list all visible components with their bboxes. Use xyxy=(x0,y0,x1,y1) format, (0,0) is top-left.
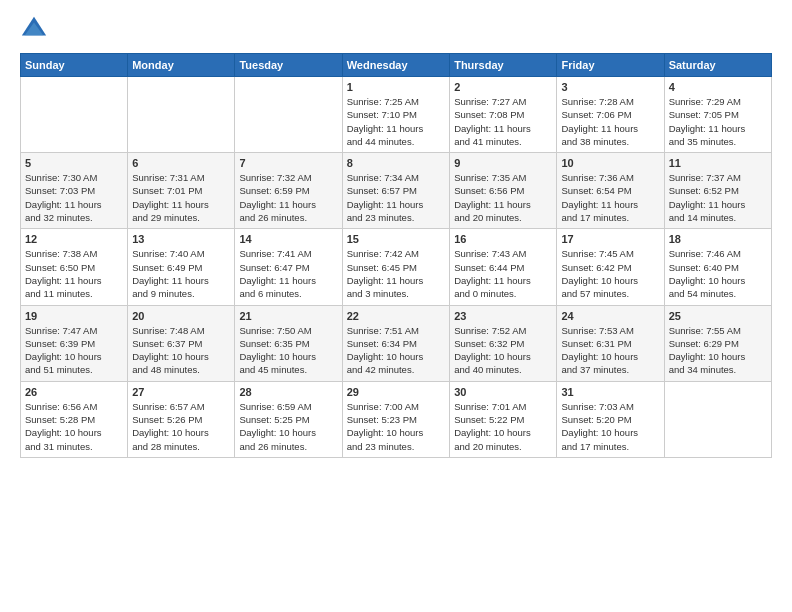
day-number: 11 xyxy=(669,157,767,169)
day-number: 23 xyxy=(454,310,552,322)
day-of-week-header: Saturday xyxy=(664,54,771,77)
day-of-week-header: Monday xyxy=(128,54,235,77)
day-info: Sunrise: 7:00 AM Sunset: 5:23 PM Dayligh… xyxy=(347,400,445,453)
day-info: Sunrise: 7:25 AM Sunset: 7:10 PM Dayligh… xyxy=(347,95,445,148)
day-info: Sunrise: 7:50 AM Sunset: 6:35 PM Dayligh… xyxy=(239,324,337,377)
day-number: 31 xyxy=(561,386,659,398)
calendar-cell: 11Sunrise: 7:37 AM Sunset: 6:52 PM Dayli… xyxy=(664,153,771,229)
day-number: 9 xyxy=(454,157,552,169)
day-number: 30 xyxy=(454,386,552,398)
day-info: Sunrise: 6:59 AM Sunset: 5:25 PM Dayligh… xyxy=(239,400,337,453)
calendar-cell: 2Sunrise: 7:27 AM Sunset: 7:08 PM Daylig… xyxy=(450,77,557,153)
day-info: Sunrise: 7:37 AM Sunset: 6:52 PM Dayligh… xyxy=(669,171,767,224)
calendar-cell: 3Sunrise: 7:28 AM Sunset: 7:06 PM Daylig… xyxy=(557,77,664,153)
calendar-cell: 31Sunrise: 7:03 AM Sunset: 5:20 PM Dayli… xyxy=(557,381,664,457)
calendar-cell: 17Sunrise: 7:45 AM Sunset: 6:42 PM Dayli… xyxy=(557,229,664,305)
calendar-cell: 22Sunrise: 7:51 AM Sunset: 6:34 PM Dayli… xyxy=(342,305,449,381)
calendar-week-row: 5Sunrise: 7:30 AM Sunset: 7:03 PM Daylig… xyxy=(21,153,772,229)
calendar-cell: 4Sunrise: 7:29 AM Sunset: 7:05 PM Daylig… xyxy=(664,77,771,153)
day-number: 6 xyxy=(132,157,230,169)
day-of-week-header: Sunday xyxy=(21,54,128,77)
day-info: Sunrise: 7:41 AM Sunset: 6:47 PM Dayligh… xyxy=(239,247,337,300)
day-number: 21 xyxy=(239,310,337,322)
day-number: 12 xyxy=(25,233,123,245)
header xyxy=(20,15,772,43)
calendar-table: SundayMondayTuesdayWednesdayThursdayFrid… xyxy=(20,53,772,458)
calendar-cell: 28Sunrise: 6:59 AM Sunset: 5:25 PM Dayli… xyxy=(235,381,342,457)
calendar-cell: 25Sunrise: 7:55 AM Sunset: 6:29 PM Dayli… xyxy=(664,305,771,381)
day-info: Sunrise: 7:27 AM Sunset: 7:08 PM Dayligh… xyxy=(454,95,552,148)
calendar-cell: 6Sunrise: 7:31 AM Sunset: 7:01 PM Daylig… xyxy=(128,153,235,229)
day-number: 16 xyxy=(454,233,552,245)
day-info: Sunrise: 7:29 AM Sunset: 7:05 PM Dayligh… xyxy=(669,95,767,148)
day-number: 3 xyxy=(561,81,659,93)
calendar-cell: 9Sunrise: 7:35 AM Sunset: 6:56 PM Daylig… xyxy=(450,153,557,229)
calendar-cell: 7Sunrise: 7:32 AM Sunset: 6:59 PM Daylig… xyxy=(235,153,342,229)
calendar-cell: 8Sunrise: 7:34 AM Sunset: 6:57 PM Daylig… xyxy=(342,153,449,229)
calendar-cell xyxy=(664,381,771,457)
day-number: 19 xyxy=(25,310,123,322)
day-info: Sunrise: 7:46 AM Sunset: 6:40 PM Dayligh… xyxy=(669,247,767,300)
day-info: Sunrise: 7:36 AM Sunset: 6:54 PM Dayligh… xyxy=(561,171,659,224)
calendar-cell: 26Sunrise: 6:56 AM Sunset: 5:28 PM Dayli… xyxy=(21,381,128,457)
day-of-week-header: Tuesday xyxy=(235,54,342,77)
calendar-week-row: 12Sunrise: 7:38 AM Sunset: 6:50 PM Dayli… xyxy=(21,229,772,305)
day-number: 18 xyxy=(669,233,767,245)
calendar-cell: 10Sunrise: 7:36 AM Sunset: 6:54 PM Dayli… xyxy=(557,153,664,229)
day-info: Sunrise: 7:47 AM Sunset: 6:39 PM Dayligh… xyxy=(25,324,123,377)
day-info: Sunrise: 7:45 AM Sunset: 6:42 PM Dayligh… xyxy=(561,247,659,300)
day-number: 4 xyxy=(669,81,767,93)
day-info: Sunrise: 7:32 AM Sunset: 6:59 PM Dayligh… xyxy=(239,171,337,224)
day-number: 15 xyxy=(347,233,445,245)
calendar-cell xyxy=(235,77,342,153)
calendar-cell xyxy=(128,77,235,153)
day-number: 17 xyxy=(561,233,659,245)
logo-icon xyxy=(20,15,48,43)
day-number: 2 xyxy=(454,81,552,93)
day-info: Sunrise: 7:01 AM Sunset: 5:22 PM Dayligh… xyxy=(454,400,552,453)
day-number: 25 xyxy=(669,310,767,322)
day-info: Sunrise: 7:42 AM Sunset: 6:45 PM Dayligh… xyxy=(347,247,445,300)
calendar-cell: 20Sunrise: 7:48 AM Sunset: 6:37 PM Dayli… xyxy=(128,305,235,381)
day-number: 29 xyxy=(347,386,445,398)
calendar-cell: 15Sunrise: 7:42 AM Sunset: 6:45 PM Dayli… xyxy=(342,229,449,305)
day-number: 20 xyxy=(132,310,230,322)
page: SundayMondayTuesdayWednesdayThursdayFrid… xyxy=(0,0,792,612)
day-number: 5 xyxy=(25,157,123,169)
day-of-week-header: Friday xyxy=(557,54,664,77)
day-number: 22 xyxy=(347,310,445,322)
calendar-header-row: SundayMondayTuesdayWednesdayThursdayFrid… xyxy=(21,54,772,77)
day-info: Sunrise: 7:48 AM Sunset: 6:37 PM Dayligh… xyxy=(132,324,230,377)
day-info: Sunrise: 7:35 AM Sunset: 6:56 PM Dayligh… xyxy=(454,171,552,224)
day-number: 14 xyxy=(239,233,337,245)
day-info: Sunrise: 7:55 AM Sunset: 6:29 PM Dayligh… xyxy=(669,324,767,377)
day-info: Sunrise: 6:56 AM Sunset: 5:28 PM Dayligh… xyxy=(25,400,123,453)
day-info: Sunrise: 7:53 AM Sunset: 6:31 PM Dayligh… xyxy=(561,324,659,377)
day-info: Sunrise: 7:30 AM Sunset: 7:03 PM Dayligh… xyxy=(25,171,123,224)
day-number: 7 xyxy=(239,157,337,169)
day-of-week-header: Wednesday xyxy=(342,54,449,77)
calendar-cell: 5Sunrise: 7:30 AM Sunset: 7:03 PM Daylig… xyxy=(21,153,128,229)
day-number: 13 xyxy=(132,233,230,245)
calendar-cell: 24Sunrise: 7:53 AM Sunset: 6:31 PM Dayli… xyxy=(557,305,664,381)
day-info: Sunrise: 6:57 AM Sunset: 5:26 PM Dayligh… xyxy=(132,400,230,453)
calendar-week-row: 19Sunrise: 7:47 AM Sunset: 6:39 PM Dayli… xyxy=(21,305,772,381)
day-info: Sunrise: 7:40 AM Sunset: 6:49 PM Dayligh… xyxy=(132,247,230,300)
calendar-cell: 29Sunrise: 7:00 AM Sunset: 5:23 PM Dayli… xyxy=(342,381,449,457)
day-info: Sunrise: 7:34 AM Sunset: 6:57 PM Dayligh… xyxy=(347,171,445,224)
calendar-cell: 19Sunrise: 7:47 AM Sunset: 6:39 PM Dayli… xyxy=(21,305,128,381)
calendar-cell: 16Sunrise: 7:43 AM Sunset: 6:44 PM Dayli… xyxy=(450,229,557,305)
day-info: Sunrise: 7:43 AM Sunset: 6:44 PM Dayligh… xyxy=(454,247,552,300)
day-number: 28 xyxy=(239,386,337,398)
day-number: 1 xyxy=(347,81,445,93)
day-number: 24 xyxy=(561,310,659,322)
day-number: 8 xyxy=(347,157,445,169)
day-info: Sunrise: 7:31 AM Sunset: 7:01 PM Dayligh… xyxy=(132,171,230,224)
calendar-cell: 12Sunrise: 7:38 AM Sunset: 6:50 PM Dayli… xyxy=(21,229,128,305)
calendar-cell: 14Sunrise: 7:41 AM Sunset: 6:47 PM Dayli… xyxy=(235,229,342,305)
calendar-cell: 1Sunrise: 7:25 AM Sunset: 7:10 PM Daylig… xyxy=(342,77,449,153)
calendar-cell: 21Sunrise: 7:50 AM Sunset: 6:35 PM Dayli… xyxy=(235,305,342,381)
day-info: Sunrise: 7:38 AM Sunset: 6:50 PM Dayligh… xyxy=(25,247,123,300)
calendar-cell xyxy=(21,77,128,153)
day-info: Sunrise: 7:28 AM Sunset: 7:06 PM Dayligh… xyxy=(561,95,659,148)
